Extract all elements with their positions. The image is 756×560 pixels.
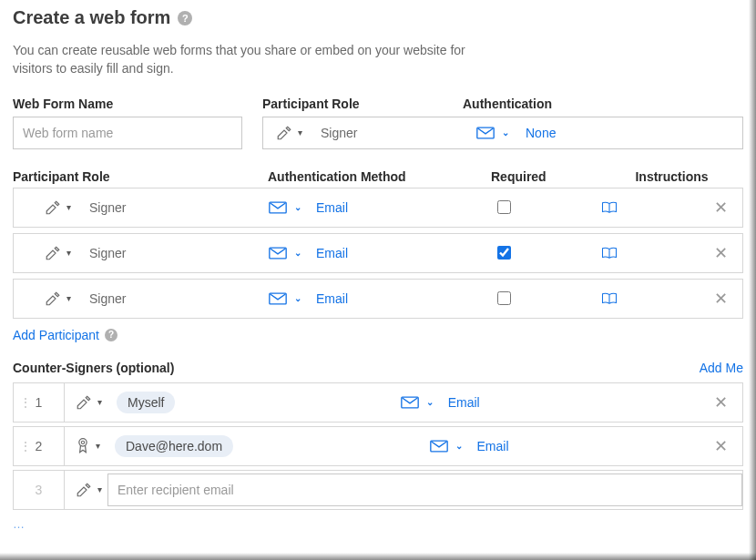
pen-icon (76, 394, 92, 411)
participant-row: ▾Signer⌄Email✕ (13, 233, 743, 273)
pen-icon (45, 245, 61, 261)
participant-auth-dropdown[interactable]: ⌄Email (269, 291, 492, 306)
web-form-name-label: Web Form Name (13, 97, 242, 111)
counter-signer-auth-dropdown[interactable]: ⌄Email (430, 439, 509, 453)
row-number: 2 (36, 439, 43, 453)
envelope-icon (476, 127, 495, 139)
drag-handle-icon[interactable]: ⋮ (19, 395, 31, 410)
add-participant-link[interactable]: Add Participant ? (13, 328, 117, 342)
required-checkbox[interactable] (497, 246, 511, 260)
row-order-handle[interactable]: ⋮1 (14, 383, 65, 422)
col-header-role: Participant Role (13, 169, 268, 184)
row-number: 3 (36, 483, 43, 497)
envelope-icon (269, 292, 287, 305)
remove-participant-icon[interactable]: ✕ (714, 243, 728, 263)
remove-participant-icon[interactable]: ✕ (714, 198, 728, 218)
chevron-down-icon: ⌄ (426, 397, 434, 407)
participant-role-dropdown[interactable]: ▾Signer (14, 199, 269, 216)
add-participant-label: Add Participant (13, 328, 99, 342)
instructions-icon[interactable] (601, 201, 618, 214)
col-header-required: Required (491, 169, 600, 184)
add-me-link[interactable]: Add Me (700, 361, 743, 375)
help-icon[interactable]: ? (178, 11, 192, 25)
chevron-down-icon[interactable]: ▾ (97, 484, 102, 494)
instructions-icon[interactable] (601, 247, 618, 260)
chevron-down-icon: ▾ (298, 127, 302, 137)
counter-signer-auth-value: Email (477, 439, 509, 453)
primary-auth-dropdown[interactable]: ⌄ None (464, 126, 568, 140)
page-title: Create a web form ? (13, 7, 743, 28)
recipient-chip[interactable]: Myself (117, 392, 175, 413)
counter-signers-title: Counter-Signers (optional) (13, 361, 174, 375)
chevron-down-icon: ▾ (66, 248, 71, 258)
counter-signer-row: 3▾ (13, 470, 743, 510)
pen-icon (276, 125, 292, 141)
chevron-down-icon[interactable]: ▾ (96, 441, 100, 451)
primary-auth-value: None (526, 126, 556, 140)
row-order-handle[interactable]: ⋮2 (14, 427, 65, 465)
primary-role-dropdown[interactable]: ▾ Signer (263, 125, 464, 141)
chevron-down-icon: ⌄ (294, 293, 301, 303)
counter-signer-row: ⋮2▾Dave@here.dom⌄Email✕ (13, 426, 743, 466)
web-form-name-input[interactable] (13, 117, 242, 149)
help-icon[interactable]: ? (105, 329, 117, 341)
remove-counter-signer-icon[interactable]: ✕ (714, 436, 728, 456)
pen-icon (45, 290, 61, 307)
truncated-link[interactable]: … (13, 517, 743, 531)
ribbon-icon (76, 437, 90, 455)
counter-signer-row: ⋮1▾Myself⌄Email✕ (13, 382, 743, 423)
participant-auth-dropdown[interactable]: ⌄Email (269, 246, 492, 260)
participant-auth-value: Email (316, 246, 348, 260)
pen-icon (45, 199, 61, 216)
chevron-down-icon: ⌄ (294, 248, 301, 258)
participant-role-value: Signer (89, 246, 126, 260)
page-description: You can create reusable web forms that y… (13, 41, 486, 78)
chevron-down-icon: ▾ (66, 293, 71, 303)
participant-auth-value: Email (316, 291, 348, 306)
chevron-down-icon[interactable]: ▾ (97, 397, 102, 407)
row-number: 1 (36, 395, 43, 410)
authentication-label: Authentication (463, 97, 552, 111)
envelope-icon (401, 396, 419, 409)
chevron-down-icon: ⌄ (502, 127, 509, 137)
participant-row: ▾Signer⌄Email✕ (13, 188, 743, 228)
primary-role-value: Signer (321, 126, 357, 140)
envelope-icon (269, 247, 287, 260)
required-checkbox[interactable] (497, 291, 511, 305)
counter-signer-auth-dropdown[interactable]: ⌄Email (401, 395, 480, 410)
chevron-down-icon: ⌄ (455, 441, 463, 451)
row-order-handle[interactable]: 3 (14, 471, 65, 509)
participant-role-label: Participant Role (262, 97, 463, 111)
participant-auth-dropdown[interactable]: ⌄Email (269, 200, 492, 215)
envelope-icon (430, 440, 448, 453)
participant-role-dropdown[interactable]: ▾Signer (14, 245, 269, 261)
page-title-text: Create a web form (13, 7, 170, 28)
participant-auth-value: Email (316, 200, 348, 215)
recipient-email-input[interactable] (107, 473, 742, 506)
participant-role-dropdown[interactable]: ▾Signer (14, 290, 269, 307)
envelope-icon (269, 201, 287, 214)
participant-role-value: Signer (89, 291, 126, 306)
remove-counter-signer-icon[interactable]: ✕ (714, 392, 728, 412)
recipient-chip[interactable]: Dave@here.dom (115, 435, 233, 457)
participant-row: ▾Signer⌄Email✕ (13, 279, 743, 319)
remove-participant-icon[interactable]: ✕ (714, 289, 728, 309)
instructions-icon[interactable] (601, 292, 618, 305)
chevron-down-icon: ⌄ (294, 202, 301, 212)
col-header-auth-method: Authentication Method (268, 169, 491, 184)
pen-icon (76, 482, 92, 498)
chevron-down-icon: ▾ (66, 202, 71, 212)
col-header-instructions: Instructions (600, 169, 743, 184)
required-checkbox[interactable] (497, 200, 511, 214)
drag-handle-icon[interactable]: ⋮ (19, 439, 31, 453)
counter-signer-auth-value: Email (448, 395, 480, 410)
participant-role-value: Signer (89, 200, 126, 215)
